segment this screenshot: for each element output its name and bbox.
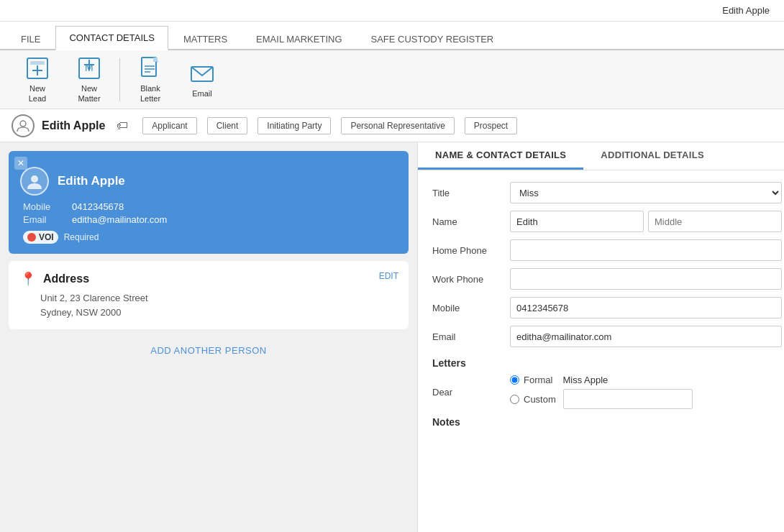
right-tabs: NAME & CONTACT DETAILS ADDITIONAL DETAIL… [418,142,784,170]
formal-label: Formal [524,375,552,385]
role-personal-rep[interactable]: Personal Representative [341,117,454,134]
email-label: Email [192,89,212,98]
new-lead-icon [24,55,50,81]
work-phone-label: Work Phone [432,274,504,285]
mobile-field-label: Mobile [432,303,504,313]
new-matter-label: NewMatter [78,84,100,103]
formal-value: Miss Apple [562,375,608,385]
left-panel: ✕ Edith Apple Mobile 0412345678 Email ed… [0,142,417,532]
title-select[interactable]: Miss Mr Mrs Ms Dr [510,182,782,203]
email-icon [189,60,215,86]
mobile-label: Mobile [23,201,66,212]
tab-email-marketing[interactable]: EMAIL MARKETING [242,27,355,50]
contact-card-name: Edith Apple [58,174,125,188]
role-prospect[interactable]: Prospect [465,117,517,134]
address-line1: Unit 2, 23 Clarence Street [40,291,397,306]
toolbar-separator-1 [119,58,120,101]
title-row: Title Miss Mr Mrs Ms Dr [432,182,782,203]
address-line2: Sydney, NSW 2000 [40,306,397,320]
custom-label: Custom [524,394,556,405]
work-phone-row: Work Phone [432,268,782,290]
name-label: Name [432,216,504,227]
address-title: Address [43,272,89,285]
voi-required: Required [64,232,99,242]
tab-navigation: FILE CONTACT DETAILS MATTERS EMAIL MARKE… [0,22,784,50]
top-bar-contact-name: Edith Apple [722,5,770,16]
new-matter-button[interactable]: M NewMatter [63,55,115,105]
custom-radio[interactable] [510,395,519,404]
voi-text: VOI [39,232,54,242]
blank-letter-icon [137,55,163,81]
svg-rect-9 [153,58,158,62]
custom-dear-input[interactable] [563,389,693,409]
voi-row: VOI Required [20,231,397,244]
formal-radio[interactable] [510,375,519,385]
home-phone-label: Home Phone [432,245,504,256]
add-person-button[interactable]: ADD ANOTHER PERSON [9,336,409,364]
new-lead-label: NewLead [29,84,46,103]
name-fields [510,211,782,232]
contact-avatar [20,167,49,196]
first-name-input[interactable] [510,211,644,232]
address-top: 📍 Address [20,271,397,287]
svg-point-15 [31,175,38,183]
toolbar: NewLead M NewMatter BlankLetter [0,50,784,109]
home-phone-row: Home Phone [432,239,782,261]
address-pin-icon: 📍 [20,271,36,287]
email-row: Email [432,326,782,347]
role-client[interactable]: Client [207,117,248,134]
email-value: editha@mailinator.com [72,214,397,225]
contact-card: ✕ Edith Apple Mobile 0412345678 Email ed… [9,151,409,254]
custom-radio-row: Custom [510,389,693,409]
edit-address-button[interactable]: EDIT [379,271,398,281]
new-lead-button[interactable]: NewLead [12,55,63,105]
work-phone-input[interactable] [510,268,782,290]
role-applicant[interactable]: Applicant [142,117,196,134]
email-button[interactable]: Email [176,55,228,105]
right-panel: NAME & CONTACT DETAILS ADDITIONAL DETAIL… [417,142,784,532]
tab-matters[interactable]: MATTERS [170,27,241,50]
tab-file[interactable]: FILE [7,27,54,50]
home-phone-input[interactable] [510,239,782,261]
address-lines: Unit 2, 23 Clarence Street Sydney, NSW 2… [20,291,397,319]
blank-letter-button[interactable]: BlankLetter [124,55,176,105]
formal-radio-row: Formal Miss Apple [510,375,693,385]
mobile-input[interactable] [510,297,782,318]
close-contact-card-button[interactable]: ✕ [14,157,27,170]
role-initiating-party[interactable]: Initiating Party [257,117,331,134]
main-content: ✕ Edith Apple Mobile 0412345678 Email ed… [0,142,784,532]
email-input[interactable] [510,326,782,347]
voi-dot [27,233,36,242]
svg-rect-1 [30,61,45,65]
notes-label: Notes [432,416,782,428]
tab-safe-custody[interactable]: SAFE CUSTODY REGISTER [357,27,508,50]
email-label: Email [23,214,66,225]
middle-name-input[interactable] [648,211,782,232]
tab-name-contact[interactable]: NAME & CONTACT DETAILS [418,142,583,170]
tag-icon: 🏷 [117,119,128,132]
mobile-value: 0412345678 [72,201,397,212]
email-field-label: Email [432,331,504,342]
title-label: Title [432,188,504,198]
mobile-row: Mobile [432,297,782,318]
contact-header-name: Edith Apple [42,119,105,132]
contact-card-details: Mobile 0412345678 Email editha@mailinato… [20,201,397,225]
tab-contact-details[interactable]: CONTACT DETAILS [55,26,168,50]
name-row: Name [432,211,782,232]
dear-row: Dear Formal Miss Apple Custom [432,375,782,409]
blank-letter-label: BlankLetter [140,84,160,103]
svg-point-14 [20,121,26,127]
address-card: EDIT 📍 Address Unit 2, 23 Clarence Stree… [9,261,409,329]
form-area: Title Miss Mr Mrs Ms Dr Name Hom [418,170,784,532]
letters-header: Letters [432,357,782,369]
new-matter-icon: M [76,55,102,81]
voi-toggle[interactable]: VOI [23,231,58,244]
dear-label: Dear [432,387,504,398]
top-bar: Edith Apple [0,0,784,22]
contact-header: Edith Apple 🏷 Applicant Client Initiatin… [0,109,784,142]
tab-additional-details[interactable]: ADDITIONAL DETAILS [583,142,721,170]
person-icon [12,114,35,137]
